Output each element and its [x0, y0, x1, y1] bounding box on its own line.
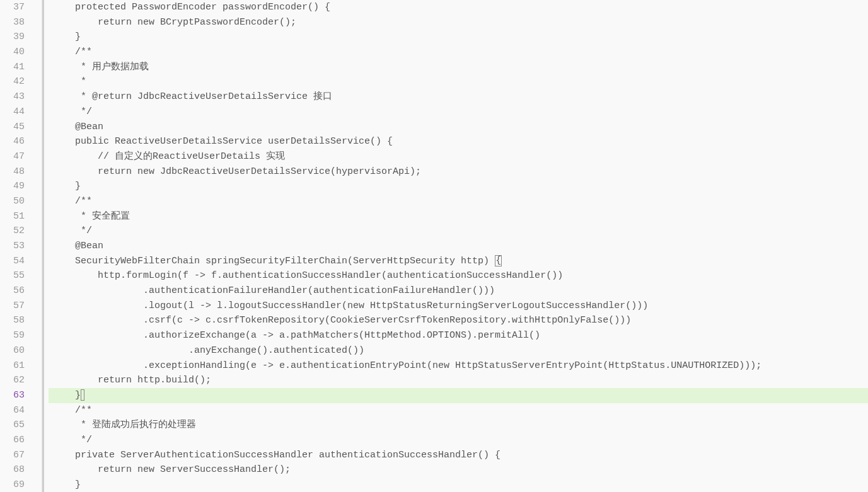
line-number[interactable]: 56: [0, 283, 25, 299]
line-number[interactable]: 39: [0, 30, 25, 45]
code-line[interactable]: }: [49, 179, 868, 194]
code-line[interactable]: */: [49, 224, 868, 239]
code-line[interactable]: protected PasswordEncoder passwordEncode…: [49, 0, 868, 15]
line-number[interactable]: 41: [0, 60, 25, 75]
line-number[interactable]: 52: [0, 224, 25, 239]
line-number[interactable]: 64: [0, 403, 25, 418]
code-editor[interactable]: 3738394041424344454647484950515253545556…: [0, 0, 868, 492]
code-line[interactable]: */: [49, 433, 868, 448]
fold-column[interactable]: [33, 0, 42, 492]
indent-guide-margin: [42, 0, 49, 492]
code-line[interactable]: * @return JdbcReactiveUserDetailsService…: [49, 89, 868, 105]
code-line[interactable]: SecurityWebFilterChain springSecurityFil…: [49, 254, 868, 269]
code-line[interactable]: return new ServerSuccessHandler();: [49, 462, 868, 478]
code-line[interactable]: .authorizeExchange(a -> a.pathMatchers(H…: [49, 328, 868, 343]
line-number[interactable]: 63: [0, 388, 25, 403]
line-number[interactable]: 47: [0, 149, 25, 164]
code-line[interactable]: @Bean: [49, 239, 868, 254]
line-number[interactable]: 68: [0, 462, 25, 478]
line-number[interactable]: 40: [0, 45, 25, 60]
line-number[interactable]: 57: [0, 299, 25, 314]
line-number[interactable]: 46: [0, 134, 25, 149]
line-number[interactable]: 44: [0, 105, 25, 120]
code-line[interactable]: .exceptionHandling(e -> e.authentication…: [49, 358, 868, 374]
line-number[interactable]: 49: [0, 179, 25, 194]
line-number[interactable]: 61: [0, 358, 25, 374]
code-line[interactable]: public ReactiveUserDetailsService userDe…: [49, 134, 868, 149]
code-line[interactable]: return new BCryptPasswordEncoder();: [49, 15, 868, 30]
line-number-gutter[interactable]: 3738394041424344454647484950515253545556…: [0, 0, 33, 492]
code-line[interactable]: http.formLogin(f -> f.authenticationSucc…: [49, 268, 868, 283]
code-line[interactable]: @Bean: [49, 120, 868, 135]
line-number[interactable]: 48: [0, 164, 25, 180]
line-number[interactable]: 59: [0, 328, 25, 343]
line-number[interactable]: 65: [0, 418, 25, 433]
bracket-match-box: [81, 389, 84, 401]
code-line[interactable]: */: [49, 105, 868, 120]
code-line[interactable]: return new JdbcReactiveUserDetailsServic…: [49, 164, 868, 180]
line-number[interactable]: 37: [0, 0, 25, 15]
code-line[interactable]: .anyExchange().authenticated()): [49, 343, 868, 358]
code-line[interactable]: /**: [49, 403, 868, 418]
line-number[interactable]: 42: [0, 74, 25, 89]
code-line[interactable]: * 安全配置: [49, 209, 868, 224]
line-number[interactable]: 58: [0, 313, 25, 328]
line-number[interactable]: 55: [0, 268, 25, 283]
line-number[interactable]: 51: [0, 209, 25, 224]
line-number[interactable]: 69: [0, 478, 25, 492]
code-line[interactable]: private ServerAuthenticationSuccessHandl…: [49, 448, 868, 463]
code-area[interactable]: protected PasswordEncoder passwordEncode…: [49, 0, 868, 492]
code-line[interactable]: }: [49, 478, 868, 492]
line-number[interactable]: 67: [0, 448, 25, 463]
code-line[interactable]: }: [49, 388, 868, 403]
line-number[interactable]: 53: [0, 239, 25, 254]
code-line[interactable]: * 用户数据加载: [49, 60, 868, 75]
line-number[interactable]: 62: [0, 373, 25, 388]
line-number[interactable]: 54: [0, 254, 25, 269]
code-line[interactable]: /**: [49, 45, 868, 60]
line-number[interactable]: 50: [0, 194, 25, 209]
line-number[interactable]: 43: [0, 89, 25, 105]
line-number[interactable]: 45: [0, 120, 25, 135]
code-line[interactable]: }: [49, 30, 868, 45]
code-line[interactable]: return http.build();: [49, 373, 868, 388]
code-line[interactable]: * 登陆成功后执行的处理器: [49, 418, 868, 433]
code-line[interactable]: .csrf(c -> c.csrfTokenRepository(CookieS…: [49, 313, 868, 328]
line-number[interactable]: 66: [0, 433, 25, 448]
line-number[interactable]: 38: [0, 15, 25, 30]
code-line[interactable]: *: [49, 74, 868, 89]
code-line[interactable]: /**: [49, 194, 868, 209]
code-line[interactable]: .logout(l -> l.logoutSuccessHandler(new …: [49, 299, 868, 314]
code-line[interactable]: .authenticationFailureHandler(authentica…: [49, 283, 868, 299]
bracket-match-box: {: [495, 255, 502, 266]
code-line[interactable]: // 自定义的ReactiveUserDetails 实现: [49, 149, 868, 164]
line-number[interactable]: 60: [0, 343, 25, 358]
